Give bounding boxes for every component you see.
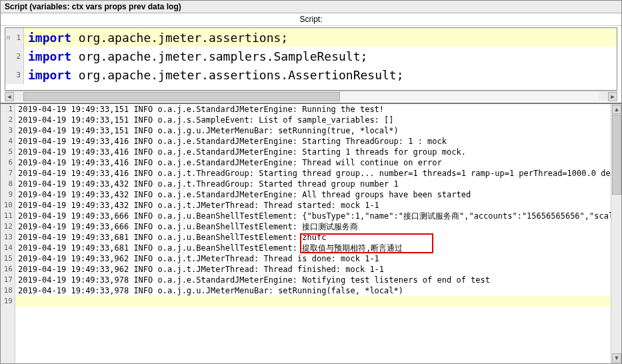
log-line[interactable]: 2019-04-19 19:49:33,151 INFO o.a.j.s.Sam… xyxy=(15,115,611,125)
log-line-number: 9 xyxy=(1,189,15,200)
package-token: org.apache.jmeter.assertions.AssertionRe… xyxy=(71,68,404,82)
log-line[interactable]: 2019-04-19 19:49:33,151 INFO o.a.j.g.u.J… xyxy=(15,125,611,136)
editor-line-number: 1⊟ xyxy=(5,28,23,47)
log-line-number: 17 xyxy=(1,275,15,285)
editor-line[interactable]: import org.apache.jmeter.assertions; xyxy=(24,28,617,47)
log-line[interactable]: 2019-04-19 19:49:33,962 INFO o.a.j.t.JMe… xyxy=(15,253,611,264)
log-line[interactable]: 2019-04-19 19:49:33,416 INFO o.a.j.e.Sta… xyxy=(15,136,611,147)
package-token: org.apache.jmeter.samplers.SampleResult; xyxy=(71,49,367,63)
log-line-number: 1 xyxy=(1,104,15,115)
log-line-number: 18 xyxy=(1,285,15,296)
log-line-number: 13 xyxy=(1,232,15,243)
hscroll-track[interactable] xyxy=(23,92,599,101)
vscroll-thumb[interactable] xyxy=(612,115,621,195)
log-line[interactable]: 2019-04-19 19:49:33,962 INFO o.a.j.t.JMe… xyxy=(15,264,611,275)
package-token: org.apache.jmeter.assertions; xyxy=(71,31,288,45)
log-line[interactable]: 2019-04-19 19:49:33,666 INFO o.a.j.u.Bea… xyxy=(15,221,611,232)
scroll-right-icon[interactable]: ► xyxy=(608,92,617,101)
log-line-number: 3 xyxy=(1,125,15,136)
log-line-number: 8 xyxy=(1,179,15,189)
keyword-token: import xyxy=(28,49,71,63)
log-vertical-scrollbar[interactable]: ▲ ▼ xyxy=(611,104,621,363)
log-line-number: 19 xyxy=(1,296,15,307)
log-line[interactable]: 2019-04-19 19:49:33,681 INFO o.a.j.u.Bea… xyxy=(15,243,611,253)
log-line-number: 10 xyxy=(1,200,15,211)
script-editor[interactable]: 1⊟23 import org.apache.jmeter.assertions… xyxy=(5,27,617,91)
log-content[interactable]: 2019-04-19 19:49:33,151 INFO o.a.j.e.Sta… xyxy=(15,104,611,363)
log-line[interactable]: 2019-04-19 19:49:33,432 INFO o.a.j.e.Sta… xyxy=(15,189,611,200)
fold-minus-icon[interactable]: ⊟ xyxy=(7,34,10,41)
editor-content[interactable]: import org.apache.jmeter.assertions;impo… xyxy=(24,28,617,84)
log-line[interactable] xyxy=(15,296,611,307)
log-line-number: 11 xyxy=(1,211,15,221)
log-line[interactable]: 2019-04-19 19:49:33,432 INFO o.a.j.t.JMe… xyxy=(15,200,611,211)
log-line[interactable]: 2019-04-19 19:49:33,978 INFO o.a.j.g.u.J… xyxy=(15,285,611,296)
log-line[interactable]: 2019-04-19 19:49:33,666 INFO o.a.j.u.Bea… xyxy=(15,211,611,221)
log-line[interactable]: 2019-04-19 19:49:33,151 INFO o.a.j.e.Sta… xyxy=(15,104,611,115)
log-line-number: 15 xyxy=(1,253,15,264)
log-line-number: 12 xyxy=(1,221,15,232)
keyword-token: import xyxy=(28,68,71,82)
log-line-number: 2 xyxy=(1,115,15,125)
log-line-number: 14 xyxy=(1,243,15,253)
log-line[interactable]: 2019-04-19 19:49:33,681 INFO o.a.j.u.Bea… xyxy=(15,232,611,243)
editor-line[interactable]: import org.apache.jmeter.assertions.Asse… xyxy=(24,65,617,84)
editor-gutter: 1⊟23 xyxy=(5,28,24,84)
log-line[interactable]: 2019-04-19 19:49:33,978 INFO o.a.j.e.Sta… xyxy=(15,275,611,285)
log-line[interactable]: 2019-04-19 19:49:33,416 INFO o.a.j.e.Sta… xyxy=(15,157,611,168)
scroll-left-icon[interactable]: ◄ xyxy=(5,92,14,101)
editor-line-number: 2 xyxy=(5,47,23,65)
log-line[interactable]: 2019-04-19 19:49:33,416 INFO o.a.j.t.Thr… xyxy=(15,168,611,179)
log-line-number: 16 xyxy=(1,264,15,275)
log-line-number: 6 xyxy=(1,157,15,168)
log-line[interactable]: 2019-04-19 19:49:33,432 INFO o.a.j.t.Thr… xyxy=(15,179,611,189)
log-line[interactable]: 2019-04-19 19:49:33,416 INFO o.a.j.e.Sta… xyxy=(15,147,611,157)
log-line-number: 4 xyxy=(1,136,15,147)
scroll-up-icon[interactable]: ▲ xyxy=(612,105,621,114)
log-panel: 12345678910111213141516171819 2019-04-19… xyxy=(1,103,621,363)
editor-horizontal-scrollbar[interactable]: ◄ ► xyxy=(5,91,617,101)
log-line-number: 5 xyxy=(1,147,15,157)
keyword-token: import xyxy=(28,31,71,45)
log-gutter: 12345678910111213141516171819 xyxy=(1,104,15,363)
scroll-down-icon[interactable]: ▼ xyxy=(612,353,621,363)
log-line-number: 7 xyxy=(1,168,15,179)
script-field-label: Script: xyxy=(1,13,621,26)
editor-line[interactable]: import org.apache.jmeter.samplers.Sample… xyxy=(24,47,617,65)
hscroll-thumb[interactable] xyxy=(23,92,340,101)
panel-title: Script (variables: ctx vars props prev d… xyxy=(1,0,621,13)
editor-line-number: 3 xyxy=(5,65,23,84)
